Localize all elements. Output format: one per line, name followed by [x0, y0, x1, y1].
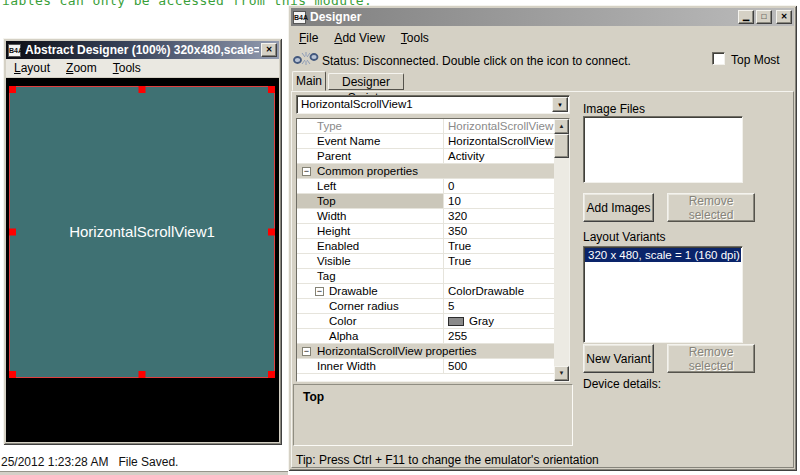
- scrollbar-thumb[interactable]: [554, 134, 569, 158]
- menu-tools[interactable]: Tools: [105, 59, 149, 77]
- b4a-logo-icon: B4A: [8, 44, 21, 57]
- scroll-down-icon[interactable]: ▼: [554, 366, 569, 381]
- top-most-checkbox[interactable]: [712, 52, 725, 65]
- chevron-down-icon[interactable]: ▼: [552, 97, 568, 112]
- menu-add-view[interactable]: Add View: [326, 29, 393, 47]
- disconnected-link-icon[interactable]: [293, 50, 319, 67]
- close-icon[interactable]: ✕: [776, 10, 792, 24]
- designer-title: Designer: [310, 10, 736, 24]
- tip-text: Tip: Press Ctrl + F11 to change the emul…: [296, 453, 599, 467]
- menu-tools[interactable]: Tools: [393, 29, 437, 47]
- top-most-label: Top Most: [731, 53, 780, 67]
- status-text: Status: Disconnected. Double click on th…: [322, 54, 631, 68]
- property-row[interactable]: Tag: [297, 269, 554, 284]
- property-description-panel: Top: [293, 384, 573, 446]
- layout-variant-item-selected[interactable]: 320 x 480, scale = 1 (160 dpi): [585, 248, 741, 262]
- resize-handle-middle-left[interactable]: [9, 229, 16, 236]
- image-files-listbox[interactable]: [583, 116, 743, 183]
- collapse-icon[interactable]: −: [302, 167, 311, 176]
- menu-zoom[interactable]: Zoom: [58, 59, 105, 77]
- minimize-icon[interactable]: ▁: [738, 10, 754, 24]
- property-row[interactable]: Inner Width 500: [297, 359, 554, 374]
- resize-handle-bottom-right[interactable]: [268, 371, 275, 378]
- property-grid: Type HorizontalScrollView Event Name Hor…: [296, 118, 570, 382]
- property-row[interactable]: Left 0: [297, 179, 554, 194]
- layout-variants-listbox[interactable]: 320 x 480, scale = 1 (160 dpi): [583, 246, 743, 343]
- property-row[interactable]: Parent Activity: [297, 149, 554, 164]
- maximize-icon[interactable]: □: [756, 10, 772, 24]
- tab-designer-scripts[interactable]: Designer Scripts: [328, 73, 404, 90]
- abstract-designer-title: Abstract Designer (100%) 320x480,scale=1: [25, 43, 259, 57]
- designer-menubar: File Add View Tools: [291, 29, 794, 47]
- layout-variants-label: Layout Variants: [583, 230, 666, 244]
- remove-images-button: Remove selected: [667, 193, 755, 222]
- resize-handle-top-center[interactable]: [139, 86, 146, 93]
- screen: { "background": { "code_text": "iables c…: [0, 0, 800, 475]
- resize-handle-bottom-left[interactable]: [9, 371, 16, 378]
- resize-handle-top-left[interactable]: [9, 86, 16, 93]
- abstract-designer-titlebar[interactable]: B4A Abstract Designer (100%) 320x480,sca…: [6, 41, 279, 59]
- property-row-selected[interactable]: Top 10: [297, 194, 554, 209]
- property-row-color[interactable]: Color Gray: [297, 314, 554, 329]
- property-row[interactable]: Type HorizontalScrollView: [297, 119, 554, 134]
- tab-main[interactable]: Main: [292, 71, 326, 91]
- property-category-row[interactable]: − Common properties: [297, 164, 554, 179]
- collapse-icon[interactable]: −: [302, 347, 311, 356]
- grid-scrollbar[interactable]: ▲ ▼: [554, 119, 569, 381]
- resize-handle-bottom-center[interactable]: [139, 371, 146, 378]
- ide-status-text: 25/2012 1:23:28 AM File Saved.: [1, 455, 178, 469]
- abstract-designer-window: B4A Abstract Designer (100%) 320x480,sca…: [3, 38, 282, 445]
- add-images-button[interactable]: Add Images: [583, 193, 654, 222]
- menu-layout[interactable]: Layout: [6, 59, 58, 77]
- designer-canvas[interactable]: HorizontalScrollView1: [6, 78, 279, 442]
- b4a-logo-icon: B4A: [293, 11, 306, 24]
- resize-handle-top-right[interactable]: [268, 86, 275, 93]
- collapse-icon[interactable]: −: [315, 287, 324, 296]
- property-row[interactable]: Width 320: [297, 209, 554, 224]
- abstract-designer-menubar: Layout Zoom Tools: [6, 59, 279, 77]
- ide-bottom-strip: [0, 471, 288, 475]
- property-row[interactable]: Corner radius 5: [297, 299, 554, 314]
- close-icon[interactable]: ✕: [261, 43, 277, 57]
- image-files-label: Image Files: [583, 102, 645, 116]
- device-details-label: Device details:: [583, 377, 661, 391]
- designer-titlebar[interactable]: B4A Designer ▁ □ ✕: [291, 8, 794, 26]
- property-description-title: Top: [303, 390, 324, 404]
- scroll-up-icon[interactable]: ▲: [554, 119, 569, 134]
- color-swatch: [448, 317, 464, 326]
- view-label: HorizontalScrollView1: [10, 223, 274, 240]
- resize-handle-middle-right[interactable]: [268, 229, 275, 236]
- property-row[interactable]: Alpha 255: [297, 329, 554, 344]
- remove-variant-button: Remove selected: [667, 344, 755, 373]
- horizontalscrollview-widget[interactable]: HorizontalScrollView1: [9, 86, 275, 378]
- new-variant-button[interactable]: New Variant: [583, 344, 654, 373]
- property-row-drawable[interactable]: − Drawable ColorDrawable: [297, 284, 554, 299]
- view-selector-combobox[interactable]: HorizontalScrollView1 ▼: [296, 95, 570, 114]
- designer-window: B4A Designer ▁ □ ✕ File Add View Tools S…: [288, 5, 797, 471]
- property-row[interactable]: Event Name HorizontalScrollView1: [297, 134, 554, 149]
- property-row[interactable]: Height 350: [297, 224, 554, 239]
- combobox-value: HorizontalScrollView1: [301, 98, 413, 110]
- menu-file[interactable]: File: [291, 29, 326, 47]
- property-row[interactable]: Visible True: [297, 254, 554, 269]
- property-category-row[interactable]: − HorizontalScrollView properties: [297, 344, 554, 359]
- property-row[interactable]: Enabled True: [297, 239, 554, 254]
